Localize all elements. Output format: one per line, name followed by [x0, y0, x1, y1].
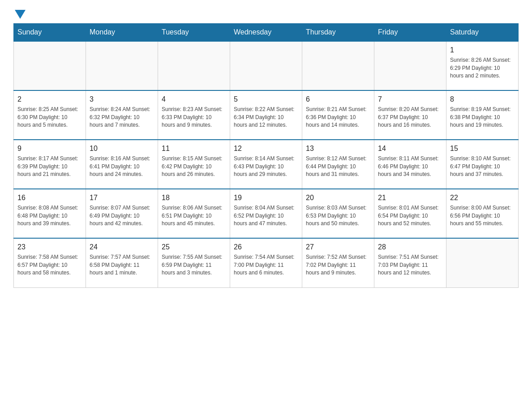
day-info: Sunrise: 8:12 AM Sunset: 6:44 PM Dayligh…: [306, 155, 370, 178]
day-info: Sunrise: 8:04 AM Sunset: 6:52 PM Dayligh…: [234, 204, 298, 227]
day-number: 16: [17, 193, 82, 203]
day-number: 6: [306, 94, 370, 104]
day-number: 7: [378, 94, 442, 104]
day-number: 27: [306, 242, 370, 252]
day-number: 18: [162, 193, 226, 203]
day-number: 9: [17, 144, 82, 154]
day-info: Sunrise: 8:01 AM Sunset: 6:54 PM Dayligh…: [378, 204, 442, 227]
calendar-cell: 25Sunrise: 7:55 AM Sunset: 6:59 PM Dayli…: [158, 238, 230, 287]
calendar-cell: 6Sunrise: 8:21 AM Sunset: 6:36 PM Daylig…: [302, 90, 374, 140]
day-info: Sunrise: 7:58 AM Sunset: 6:57 PM Dayligh…: [17, 253, 82, 277]
day-info: Sunrise: 8:20 AM Sunset: 6:37 PM Dayligh…: [378, 106, 442, 129]
day-number: 23: [17, 242, 82, 252]
day-number: 11: [162, 144, 226, 154]
calendar-cell: 16Sunrise: 8:08 AM Sunset: 6:48 PM Dayli…: [14, 189, 86, 238]
day-info: Sunrise: 7:57 AM Sunset: 6:58 PM Dayligh…: [90, 253, 154, 277]
day-info: Sunrise: 8:23 AM Sunset: 6:33 PM Dayligh…: [162, 106, 226, 129]
calendar-cell: 11Sunrise: 8:15 AM Sunset: 6:42 PM Dayli…: [158, 140, 230, 189]
day-info: Sunrise: 8:25 AM Sunset: 6:30 PM Dayligh…: [17, 106, 82, 129]
day-info: Sunrise: 8:17 AM Sunset: 6:39 PM Dayligh…: [17, 155, 82, 178]
calendar-cell: 21Sunrise: 8:01 AM Sunset: 6:54 PM Dayli…: [374, 189, 446, 238]
calendar-cell: [86, 41, 158, 90]
calendar-cell: 2Sunrise: 8:25 AM Sunset: 6:30 PM Daylig…: [14, 90, 86, 140]
day-number: 24: [90, 242, 154, 252]
day-info: Sunrise: 7:52 AM Sunset: 7:02 PM Dayligh…: [306, 253, 370, 277]
page-header: [13, 9, 519, 19]
calendar-cell: 15Sunrise: 8:10 AM Sunset: 6:47 PM Dayli…: [446, 140, 519, 189]
day-info: Sunrise: 8:16 AM Sunset: 6:41 PM Dayligh…: [90, 155, 154, 178]
day-number: 13: [306, 144, 370, 154]
day-number: 28: [378, 242, 442, 252]
day-number: 20: [306, 193, 370, 203]
calendar-cell: [374, 41, 446, 90]
day-info: Sunrise: 8:14 AM Sunset: 6:43 PM Dayligh…: [234, 155, 298, 178]
calendar-cell: 9Sunrise: 8:17 AM Sunset: 6:39 PM Daylig…: [14, 140, 86, 189]
calendar-cell: 28Sunrise: 7:51 AM Sunset: 7:03 PM Dayli…: [374, 238, 446, 287]
header-wednesday: Wednesday: [230, 24, 302, 42]
calendar-cell: 27Sunrise: 7:52 AM Sunset: 7:02 PM Dayli…: [302, 238, 374, 287]
header-friday: Friday: [374, 24, 446, 42]
day-info: Sunrise: 8:15 AM Sunset: 6:42 PM Dayligh…: [162, 155, 226, 178]
day-number: 4: [162, 94, 226, 104]
calendar-cell: 4Sunrise: 8:23 AM Sunset: 6:33 PM Daylig…: [158, 90, 230, 140]
day-info: Sunrise: 8:06 AM Sunset: 6:51 PM Dayligh…: [162, 204, 226, 227]
calendar-cell: [158, 41, 230, 90]
calendar-cell: [302, 41, 374, 90]
day-info: Sunrise: 8:26 AM Sunset: 6:29 PM Dayligh…: [450, 56, 515, 80]
day-info: Sunrise: 8:21 AM Sunset: 6:36 PM Dayligh…: [306, 106, 370, 129]
header-saturday: Saturday: [446, 24, 519, 42]
calendar-cell: 22Sunrise: 8:00 AM Sunset: 6:56 PM Dayli…: [446, 189, 519, 238]
day-info: Sunrise: 8:00 AM Sunset: 6:56 PM Dayligh…: [450, 204, 515, 227]
day-number: 26: [234, 242, 298, 252]
day-info: Sunrise: 8:03 AM Sunset: 6:53 PM Dayligh…: [306, 204, 370, 227]
day-info: Sunrise: 8:24 AM Sunset: 6:32 PM Dayligh…: [90, 106, 154, 129]
calendar-cell: 23Sunrise: 7:58 AM Sunset: 6:57 PM Dayli…: [14, 238, 86, 287]
day-number: 5: [234, 94, 298, 104]
calendar-cell: 18Sunrise: 8:06 AM Sunset: 6:51 PM Dayli…: [158, 189, 230, 238]
logo: [13, 9, 27, 19]
day-number: 10: [90, 144, 154, 154]
day-number: 19: [234, 193, 298, 203]
calendar-cell: 24Sunrise: 7:57 AM Sunset: 6:58 PM Dayli…: [86, 238, 158, 287]
calendar-cell: [446, 238, 519, 287]
calendar-cell: 20Sunrise: 8:03 AM Sunset: 6:53 PM Dayli…: [302, 189, 374, 238]
week-row-4: 23Sunrise: 7:58 AM Sunset: 6:57 PM Dayli…: [14, 238, 519, 287]
calendar-cell: [230, 41, 302, 90]
calendar-cell: 19Sunrise: 8:04 AM Sunset: 6:52 PM Dayli…: [230, 189, 302, 238]
day-number: 2: [17, 94, 82, 104]
day-number: 3: [90, 94, 154, 104]
calendar-cell: 12Sunrise: 8:14 AM Sunset: 6:43 PM Dayli…: [230, 140, 302, 189]
day-info: Sunrise: 8:07 AM Sunset: 6:49 PM Dayligh…: [90, 204, 154, 227]
logo-triangle-icon: [15, 10, 26, 19]
day-number: 14: [378, 144, 442, 154]
week-row-1: 2Sunrise: 8:25 AM Sunset: 6:30 PM Daylig…: [14, 90, 519, 140]
day-info: Sunrise: 8:10 AM Sunset: 6:47 PM Dayligh…: [450, 155, 515, 178]
header-monday: Monday: [86, 24, 158, 42]
calendar-cell: 26Sunrise: 7:54 AM Sunset: 7:00 PM Dayli…: [230, 238, 302, 287]
day-number: 8: [450, 94, 515, 104]
day-number: 1: [450, 45, 515, 55]
calendar-cell: 5Sunrise: 8:22 AM Sunset: 6:34 PM Daylig…: [230, 90, 302, 140]
calendar-table: SundayMondayTuesdayWednesdayThursdayFrid…: [13, 23, 519, 288]
header-thursday: Thursday: [302, 24, 374, 42]
day-info: Sunrise: 8:19 AM Sunset: 6:38 PM Dayligh…: [450, 106, 515, 129]
calendar-cell: 7Sunrise: 8:20 AM Sunset: 6:37 PM Daylig…: [374, 90, 446, 140]
week-row-0: 1Sunrise: 8:26 AM Sunset: 6:29 PM Daylig…: [14, 41, 519, 90]
day-number: 25: [162, 242, 226, 252]
week-row-3: 16Sunrise: 8:08 AM Sunset: 6:48 PM Dayli…: [14, 189, 519, 238]
day-number: 21: [378, 193, 442, 203]
day-info: Sunrise: 7:54 AM Sunset: 7:00 PM Dayligh…: [234, 253, 298, 277]
day-info: Sunrise: 8:08 AM Sunset: 6:48 PM Dayligh…: [17, 204, 82, 227]
calendar-cell: 14Sunrise: 8:11 AM Sunset: 6:46 PM Dayli…: [374, 140, 446, 189]
calendar-header-row: SundayMondayTuesdayWednesdayThursdayFrid…: [14, 24, 519, 42]
calendar-cell: 13Sunrise: 8:12 AM Sunset: 6:44 PM Dayli…: [302, 140, 374, 189]
header-sunday: Sunday: [14, 24, 86, 42]
header-tuesday: Tuesday: [158, 24, 230, 42]
day-number: 15: [450, 144, 515, 154]
calendar-cell: 10Sunrise: 8:16 AM Sunset: 6:41 PM Dayli…: [86, 140, 158, 189]
week-row-2: 9Sunrise: 8:17 AM Sunset: 6:39 PM Daylig…: [14, 140, 519, 189]
day-number: 12: [234, 144, 298, 154]
calendar-cell: 3Sunrise: 8:24 AM Sunset: 6:32 PM Daylig…: [86, 90, 158, 140]
day-info: Sunrise: 7:55 AM Sunset: 6:59 PM Dayligh…: [162, 253, 226, 277]
day-info: Sunrise: 8:11 AM Sunset: 6:46 PM Dayligh…: [378, 155, 442, 178]
